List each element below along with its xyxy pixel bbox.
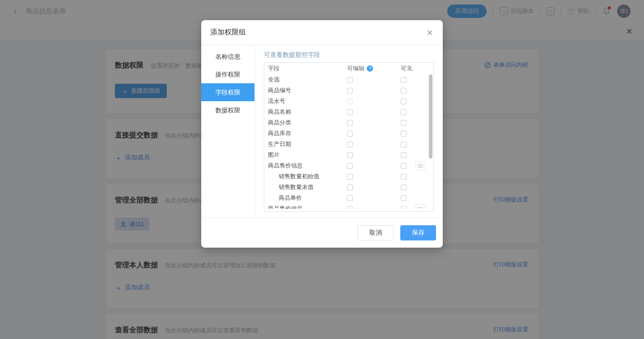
field-row: 商品售价信息 <box>264 203 433 209</box>
tab-field-permission[interactable]: 字段权限 <box>201 83 254 101</box>
field-label: 商品售价信息 <box>268 162 303 169</box>
checkbox[interactable] <box>401 195 407 201</box>
tab-data-permission[interactable]: 数据权限 <box>201 101 254 119</box>
checkbox[interactable] <box>401 109 407 115</box>
checkbox-disabled <box>347 99 353 104</box>
checkbox[interactable] <box>401 185 407 190</box>
checkbox[interactable] <box>401 131 407 137</box>
checkbox[interactable] <box>347 206 353 209</box>
column-editable-header: 可编辑 <box>347 64 364 73</box>
field-row: 商品售价信息 <box>264 160 433 171</box>
checkbox[interactable] <box>401 88 407 94</box>
field-label: 商品库存 <box>268 130 291 137</box>
field-row: 图片 <box>264 150 433 160</box>
field-label: 商品单价 <box>268 194 302 202</box>
subform-expand-button[interactable] <box>415 161 425 170</box>
field-row: 销售数量初始值 <box>264 171 433 182</box>
checkbox[interactable] <box>401 206 407 209</box>
field-row: 销售数量末值 <box>264 182 433 193</box>
field-label: 生产日期 <box>268 141 291 147</box>
dialog-body: 名称信息操作权限字段权限数据权限 可查看数据那些字段 字段 可编辑 ? 可见 <box>201 46 443 218</box>
checkbox[interactable] <box>347 109 353 115</box>
field-row: 全选 <box>264 74 433 85</box>
save-button[interactable]: 保存 <box>400 225 436 240</box>
dialog-close-icon[interactable]: × <box>427 27 433 38</box>
checkbox[interactable] <box>401 77 407 83</box>
field-label: 销售数量末值 <box>268 183 314 191</box>
field-label: 商品售价信息 <box>268 205 303 209</box>
field-label: 图片 <box>268 151 280 158</box>
dialog-header: 添加权限组 <box>201 20 443 45</box>
field-table-header: 字段 可编辑 ? 可见 <box>264 63 433 74</box>
checkbox[interactable] <box>347 88 353 94</box>
field-label: 销售数量初始值 <box>268 172 319 180</box>
checkbox[interactable] <box>401 99 407 104</box>
checkbox[interactable] <box>347 152 353 158</box>
field-row: 商品单价 <box>264 193 433 203</box>
scrollbar-track[interactable] <box>429 64 432 210</box>
checkbox[interactable] <box>347 174 353 180</box>
add-permission-group-dialog: 添加权限组 × 名称信息操作权限字段权限数据权限 可查看数据那些字段 字段 可编… <box>201 20 443 248</box>
dialog-footer: 取消 保存 <box>201 218 443 248</box>
checkbox[interactable] <box>347 120 353 126</box>
checkbox[interactable] <box>347 163 353 169</box>
field-label: 商品分类 <box>268 119 291 126</box>
checkbox[interactable] <box>347 131 353 137</box>
subform-expand-button[interactable] <box>415 204 425 209</box>
field-row: 商品分类 <box>264 117 433 128</box>
subform-icon <box>418 163 423 168</box>
field-label: 商品编号 <box>268 87 291 94</box>
checkbox[interactable] <box>401 120 407 126</box>
field-label: 商品名称 <box>268 108 291 115</box>
checkbox[interactable] <box>347 195 353 201</box>
field-permission-panel: 可查看数据那些字段 字段 可编辑 ? 可见 <box>255 46 443 218</box>
checkbox[interactable] <box>401 142 407 147</box>
column-field-header: 字段 <box>264 64 343 73</box>
field-label: 全选 <box>268 76 280 83</box>
checkbox[interactable] <box>401 152 407 158</box>
field-table-scroll-area: 字段 可编辑 ? 可见 全选商品编号流水号商品名称商品分类商品库存生产日期图片商… <box>264 63 433 209</box>
dialog-title: 添加权限组 <box>210 28 246 37</box>
field-label: 流水号 <box>268 98 285 104</box>
checkbox[interactable] <box>347 77 353 83</box>
editable-help-icon[interactable]: ? <box>367 65 373 72</box>
checkbox[interactable] <box>401 174 407 180</box>
checkbox[interactable] <box>401 163 407 169</box>
tab-operation-permission[interactable]: 操作权限 <box>201 65 254 83</box>
app-page: ‹ 商品信息表单 应用访问 </> 后端脚本 A ? 帮助 <box>0 0 644 339</box>
cancel-button[interactable]: 取消 <box>358 225 394 240</box>
field-row: 商品名称 <box>264 107 433 117</box>
field-row: 商品库存 <box>264 128 433 139</box>
scrollbar-thumb[interactable] <box>429 74 432 159</box>
field-table: 字段 可编辑 ? 可见 全选商品编号流水号商品名称商品分类商品库存生产日期图片商… <box>264 62 434 212</box>
checkbox[interactable] <box>347 142 353 147</box>
tab-name-info[interactable]: 名称信息 <box>201 47 254 65</box>
field-row: 生产日期 <box>264 139 433 150</box>
column-visible-header: 可见 <box>401 64 412 73</box>
panel-title: 可查看数据那些字段 <box>264 51 434 59</box>
subform-icon <box>418 206 423 209</box>
dialog-tab-list: 名称信息操作权限字段权限数据权限 <box>201 46 255 218</box>
field-row: 流水号 <box>264 96 433 107</box>
checkbox[interactable] <box>347 185 353 190</box>
field-row: 商品编号 <box>264 85 433 96</box>
